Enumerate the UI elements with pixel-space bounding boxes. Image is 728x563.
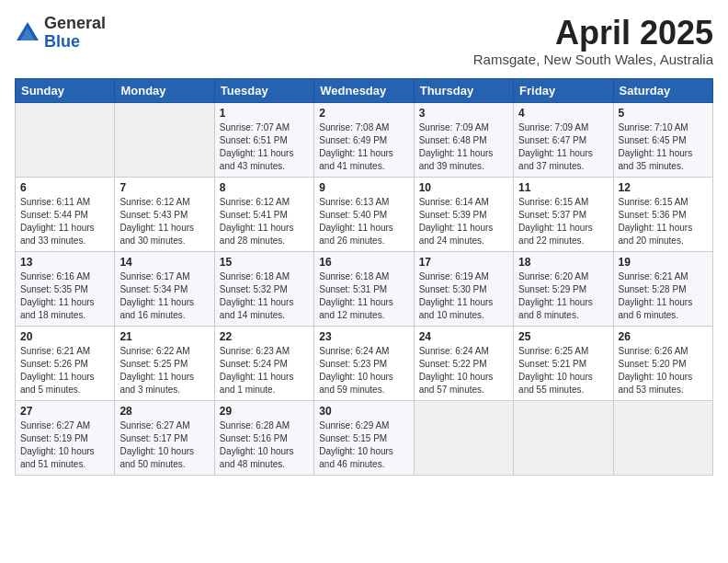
day-info: Sunrise: 7:08 AM Sunset: 6:49 PM Dayligh… [319,121,408,173]
day-header-wednesday: Wednesday [314,78,414,102]
day-info: Sunrise: 6:17 AM Sunset: 5:34 PM Dayligh… [119,270,209,322]
calendar-header-row: SundayMondayTuesdayWednesdayThursdayFrid… [16,78,713,102]
day-number: 9 [319,181,408,194]
calendar-cell [613,400,712,475]
day-info: Sunrise: 6:19 AM Sunset: 5:30 PM Dayligh… [419,270,508,322]
calendar-cell: 26Sunrise: 6:26 AM Sunset: 5:20 PM Dayli… [613,326,712,400]
day-number: 22 [220,330,309,343]
day-info: Sunrise: 6:20 AM Sunset: 5:29 PM Dayligh… [518,270,608,322]
day-number: 12 [619,181,708,194]
day-header-tuesday: Tuesday [214,78,313,102]
day-number: 3 [419,107,508,120]
calendar-cell: 6Sunrise: 6:11 AM Sunset: 5:44 PM Daylig… [16,177,115,251]
day-info: Sunrise: 6:18 AM Sunset: 5:32 PM Dayligh… [220,270,309,322]
day-info: Sunrise: 6:23 AM Sunset: 5:24 PM Dayligh… [220,345,309,396]
calendar-cell: 12Sunrise: 6:15 AM Sunset: 5:36 PM Dayli… [613,177,712,251]
calendar-cell: 29Sunrise: 6:28 AM Sunset: 5:16 PM Dayli… [214,400,313,475]
day-info: Sunrise: 7:10 AM Sunset: 6:45 PM Dayligh… [619,121,708,173]
logo-blue-text: Blue [44,33,106,52]
calendar-cell: 15Sunrise: 6:18 AM Sunset: 5:32 PM Dayli… [214,251,313,326]
calendar-cell [414,400,513,475]
day-number: 7 [119,181,209,194]
calendar-week-row: 6Sunrise: 6:11 AM Sunset: 5:44 PM Daylig… [16,177,713,251]
calendar-cell: 8Sunrise: 6:12 AM Sunset: 5:41 PM Daylig… [214,177,313,251]
day-number: 13 [20,256,109,269]
day-info: Sunrise: 6:28 AM Sunset: 5:16 PM Dayligh… [220,419,309,471]
day-number: 2 [319,107,408,120]
day-number: 30 [319,405,408,418]
calendar-table: SundayMondayTuesdayWednesdayThursdayFrid… [15,78,713,476]
day-info: Sunrise: 6:15 AM Sunset: 5:37 PM Dayligh… [518,196,608,247]
day-number: 29 [220,405,309,418]
day-number: 17 [419,256,508,269]
calendar-cell: 22Sunrise: 6:23 AM Sunset: 5:24 PM Dayli… [214,326,313,400]
day-info: Sunrise: 6:12 AM Sunset: 5:41 PM Dayligh… [220,196,309,247]
day-info: Sunrise: 6:26 AM Sunset: 5:20 PM Dayligh… [619,345,708,396]
day-info: Sunrise: 6:24 AM Sunset: 5:23 PM Dayligh… [319,345,408,396]
calendar-cell: 9Sunrise: 6:13 AM Sunset: 5:40 PM Daylig… [314,177,414,251]
day-info: Sunrise: 6:22 AM Sunset: 5:25 PM Dayligh… [119,345,209,396]
day-info: Sunrise: 6:15 AM Sunset: 5:36 PM Dayligh… [619,196,708,247]
calendar-cell: 28Sunrise: 6:27 AM Sunset: 5:17 PM Dayli… [115,400,214,475]
calendar-cell: 19Sunrise: 6:21 AM Sunset: 5:28 PM Dayli… [613,251,712,326]
calendar-cell: 10Sunrise: 6:14 AM Sunset: 5:39 PM Dayli… [414,177,513,251]
day-number: 5 [619,107,708,120]
day-info: Sunrise: 6:24 AM Sunset: 5:22 PM Dayligh… [419,345,508,396]
day-number: 19 [619,256,708,269]
calendar-week-row: 1Sunrise: 7:07 AM Sunset: 6:51 PM Daylig… [16,102,713,177]
calendar-cell: 5Sunrise: 7:10 AM Sunset: 6:45 PM Daylig… [613,102,712,177]
day-info: Sunrise: 6:21 AM Sunset: 5:28 PM Dayligh… [619,270,708,322]
logo-general-text: General [44,15,106,33]
calendar-cell: 24Sunrise: 6:24 AM Sunset: 5:22 PM Dayli… [414,326,513,400]
day-info: Sunrise: 6:25 AM Sunset: 5:21 PM Dayligh… [518,345,608,396]
day-number: 16 [319,256,408,269]
day-info: Sunrise: 7:09 AM Sunset: 6:47 PM Dayligh… [518,121,608,173]
day-number: 4 [518,107,608,120]
calendar-cell: 13Sunrise: 6:16 AM Sunset: 5:35 PM Dayli… [16,251,115,326]
calendar-cell: 17Sunrise: 6:19 AM Sunset: 5:30 PM Dayli… [414,251,513,326]
day-info: Sunrise: 6:21 AM Sunset: 5:26 PM Dayligh… [20,345,109,396]
day-number: 28 [119,405,209,418]
day-number: 8 [220,181,309,194]
calendar-week-row: 20Sunrise: 6:21 AM Sunset: 5:26 PM Dayli… [16,326,713,400]
calendar-cell [115,102,214,177]
day-info: Sunrise: 6:13 AM Sunset: 5:40 PM Dayligh… [319,196,408,247]
calendar-cell: 30Sunrise: 6:29 AM Sunset: 5:15 PM Dayli… [314,400,414,475]
calendar-cell: 4Sunrise: 7:09 AM Sunset: 6:47 PM Daylig… [514,102,613,177]
day-number: 15 [220,256,309,269]
day-number: 18 [518,256,608,269]
day-number: 24 [419,330,508,343]
location-text: Ramsgate, New South Wales, Australia [473,52,713,67]
logo-text: General Blue [44,15,106,52]
calendar-week-row: 13Sunrise: 6:16 AM Sunset: 5:35 PM Dayli… [16,251,713,326]
day-info: Sunrise: 7:09 AM Sunset: 6:48 PM Dayligh… [419,121,508,173]
calendar-cell: 1Sunrise: 7:07 AM Sunset: 6:51 PM Daylig… [214,102,313,177]
calendar-cell: 16Sunrise: 6:18 AM Sunset: 5:31 PM Dayli… [314,251,414,326]
day-number: 10 [419,181,508,194]
calendar-cell: 7Sunrise: 6:12 AM Sunset: 5:43 PM Daylig… [115,177,214,251]
day-header-monday: Monday [115,78,214,102]
day-info: Sunrise: 6:11 AM Sunset: 5:44 PM Dayligh… [20,196,109,247]
month-title: April 2025 [473,15,713,52]
day-number: 25 [518,330,608,343]
calendar-cell: 2Sunrise: 7:08 AM Sunset: 6:49 PM Daylig… [314,102,414,177]
day-info: Sunrise: 6:16 AM Sunset: 5:35 PM Dayligh… [20,270,109,322]
page-header: General Blue April 2025 Ramsgate, New So… [15,15,713,67]
calendar-week-row: 27Sunrise: 6:27 AM Sunset: 5:19 PM Dayli… [16,400,713,475]
day-info: Sunrise: 6:27 AM Sunset: 5:17 PM Dayligh… [119,419,209,471]
day-number: 1 [220,107,309,120]
day-header-thursday: Thursday [414,78,513,102]
day-number: 20 [20,330,109,343]
calendar-cell: 23Sunrise: 6:24 AM Sunset: 5:23 PM Dayli… [314,326,414,400]
day-number: 21 [119,330,209,343]
calendar-cell: 21Sunrise: 6:22 AM Sunset: 5:25 PM Dayli… [115,326,214,400]
calendar-cell [16,102,115,177]
calendar-cell: 20Sunrise: 6:21 AM Sunset: 5:26 PM Dayli… [16,326,115,400]
day-header-saturday: Saturday [613,78,712,102]
day-info: Sunrise: 6:12 AM Sunset: 5:43 PM Dayligh… [119,196,209,247]
day-number: 14 [119,256,209,269]
day-header-sunday: Sunday [16,78,115,102]
day-info: Sunrise: 6:18 AM Sunset: 5:31 PM Dayligh… [319,270,408,322]
day-info: Sunrise: 7:07 AM Sunset: 6:51 PM Dayligh… [220,121,309,173]
day-number: 26 [619,330,708,343]
